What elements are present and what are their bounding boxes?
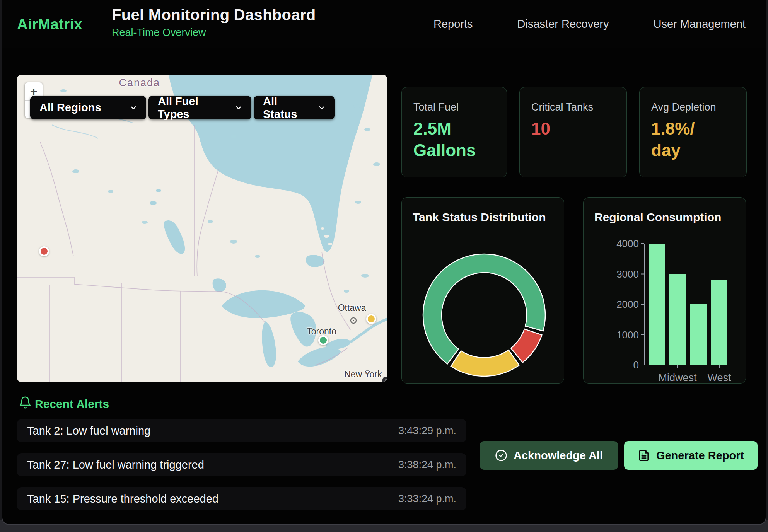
filter-select-label: All Status <box>263 95 312 121</box>
app-window: AirMatrix Fuel Monitoring Dashboard Real… <box>2 0 766 525</box>
alert-time: 3:43:29 p.m. <box>398 425 456 437</box>
alert-message: Tank 2: Low fuel warning <box>27 425 150 437</box>
stat-label: Total Fuel <box>413 101 495 113</box>
stat-card-critical-tanks: Critical Tanks 10 <box>519 87 627 177</box>
alert-time: 3:33:24 p.m. <box>398 493 456 505</box>
bar-chart: 01000200030004000MidwestWest <box>584 222 746 384</box>
regional-consumption-card: Regional Consumption 01000200030004000Mi… <box>583 197 746 384</box>
stat-label: Avg Depletion <box>651 101 735 113</box>
bar <box>711 280 727 365</box>
map-island <box>328 243 333 245</box>
y-tick-label: 0 <box>633 359 639 371</box>
brand-logo: AirMatrix <box>17 16 82 33</box>
nav-item-disaster-recovery[interactable]: Disaster Recovery <box>517 18 609 31</box>
alert-time: 3:38:24 p.m. <box>398 459 456 471</box>
filter-select-all-status[interactable]: All Status <box>254 96 335 119</box>
header: AirMatrix Fuel Monitoring Dashboard Real… <box>2 0 766 48</box>
chevron-down-icon <box>129 104 138 112</box>
map-marker-critical[interactable] <box>39 246 49 256</box>
filter-select-label: All Regions <box>39 101 101 114</box>
bar <box>690 304 707 365</box>
page-title: Fuel Monitoring Dashboard <box>112 6 316 24</box>
alert-message: Tank 15: Pressure threshold exceeded <box>27 493 218 505</box>
map-island <box>321 227 324 230</box>
bell-icon <box>19 396 32 409</box>
filter-select-all-fuel-types[interactable]: All Fuel Types <box>148 96 251 119</box>
generate-report-label: Generate Report <box>656 449 744 462</box>
map-marker-warning[interactable] <box>366 314 376 324</box>
y-tick-label: 4000 <box>616 238 639 249</box>
chevron-down-icon <box>317 104 326 112</box>
alert-message: Tank 27: Low fuel warning triggered <box>27 459 204 471</box>
map-marker-normal[interactable] <box>318 335 328 345</box>
generate-report-button[interactable]: Generate Report <box>624 441 758 470</box>
x-tick-label: West <box>707 372 731 384</box>
donut-chart <box>402 228 565 383</box>
map-island <box>324 235 329 238</box>
map-lake <box>150 201 157 205</box>
title-block: Fuel Monitoring Dashboard Real-Time Over… <box>112 6 316 39</box>
chevron-down-icon <box>234 104 243 112</box>
main-nav: Reports Disaster Recovery User Managemen… <box>433 0 746 48</box>
nav-item-reports[interactable]: Reports <box>433 18 473 31</box>
filter-select-label: All Fuel Types <box>158 95 229 121</box>
acknowledge-all-label: Acknowledge All <box>514 449 603 462</box>
tank-status-card: Tank Status Distribution <box>401 197 564 384</box>
page-subtitle: Real-Time Overview <box>112 27 316 39</box>
drag-handle[interactable] <box>382 377 387 382</box>
stat-card-avg-depletion: Avg Depletion 1.8%/ day <box>639 87 747 177</box>
root: AirMatrix Fuel Monitoring Dashboard Real… <box>0 0 768 532</box>
donut-segment <box>511 329 542 363</box>
map-canvas[interactable] <box>17 75 387 382</box>
y-tick-label: 1000 <box>616 329 639 341</box>
y-tick-label: 2000 <box>616 298 639 310</box>
bar <box>669 274 686 365</box>
alerts-title: Recent Alerts <box>35 397 109 411</box>
map-panel: + − All Regions All Fuel Types <box>17 75 387 382</box>
city-dot-icon <box>365 370 369 374</box>
chart-title: Tank Status Distribution <box>413 211 546 224</box>
acknowledge-all-button[interactable]: Acknowledge All <box>480 441 618 470</box>
map-filters: All Regions All Fuel Types All S <box>30 96 335 119</box>
file-text-icon <box>638 449 650 462</box>
stat-label: Critical Tanks <box>531 101 615 113</box>
map-lake <box>156 189 161 192</box>
nav-item-user-management[interactable]: User Management <box>653 18 746 31</box>
stat-card-total-fuel: Total Fuel 2.5M Gallons <box>401 87 507 177</box>
filter-select-all-regions[interactable]: All Regions <box>30 96 146 119</box>
x-tick-label: Midwest <box>658 372 697 384</box>
alert-row: Tank 2: Low fuel warning 3:43:29 p.m. <box>17 419 466 442</box>
y-tick-label: 3000 <box>616 268 639 280</box>
stat-value: 1.8%/ day <box>651 118 735 162</box>
stat-value: 10 <box>531 118 615 140</box>
alert-row: Tank 27: Low fuel warning triggered 3:38… <box>17 453 466 476</box>
donut-segment <box>451 350 519 376</box>
bar <box>649 244 665 365</box>
check-circle-icon <box>495 449 507 462</box>
stat-value: 2.5M Gallons <box>413 118 495 162</box>
alert-row: Tank 15: Pressure threshold exceeded 3:3… <box>17 487 466 510</box>
